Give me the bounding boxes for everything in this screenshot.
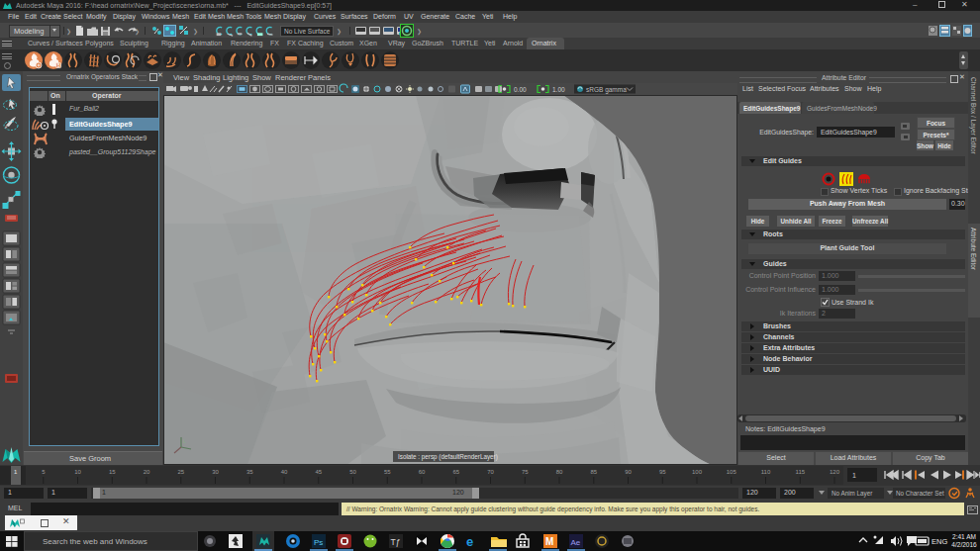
svg-text:55: 55 [384, 469, 391, 475]
svg-text:M: M [545, 536, 553, 547]
svg-text:B: B [57, 63, 60, 68]
svg-text:0.00: 0.00 [514, 86, 527, 93]
svg-text:100: 100 [692, 469, 703, 475]
svg-text:75: 75 [522, 469, 529, 475]
svg-text:25: 25 [177, 469, 184, 475]
svg-text:90: 90 [625, 469, 632, 475]
svg-text:30: 30 [212, 469, 219, 475]
svg-text:85: 85 [590, 469, 597, 475]
svg-text:10: 10 [74, 469, 81, 475]
svg-text:L: L [183, 438, 186, 444]
svg-text:110: 110 [761, 469, 771, 475]
svg-text:Ae: Ae [571, 538, 581, 547]
svg-text:40: 40 [281, 469, 288, 475]
svg-text:Tƒ: Tƒ [391, 537, 401, 547]
svg-text:20: 20 [144, 469, 150, 475]
svg-text:105: 105 [727, 469, 737, 475]
svg-text:80: 80 [556, 469, 563, 475]
svg-text:60: 60 [419, 469, 426, 475]
svg-text:45: 45 [315, 469, 322, 475]
svg-text:sRGB gamma: sRGB gamma [586, 86, 627, 94]
svg-text:50: 50 [349, 469, 356, 475]
svg-text:95: 95 [659, 469, 666, 475]
svg-text:Ps: Ps [314, 538, 323, 547]
svg-text:15: 15 [109, 469, 116, 475]
svg-text:65: 65 [452, 469, 459, 475]
svg-text:1.00: 1.00 [552, 86, 565, 93]
svg-text:70: 70 [487, 469, 494, 475]
svg-text:120: 120 [830, 469, 840, 475]
svg-text:Isolate : persp (defaultRender: Isolate : persp (defaultRenderLayer) [398, 453, 498, 461]
svg-text:1: 1 [852, 472, 856, 479]
svg-text:35: 35 [246, 469, 253, 475]
svg-text:115: 115 [796, 469, 806, 475]
svg-text:e: e [466, 534, 473, 549]
